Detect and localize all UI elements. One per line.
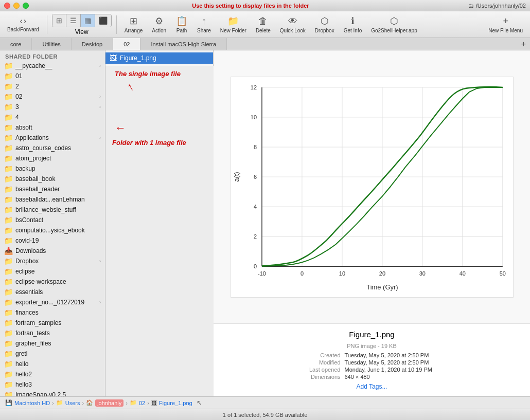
folder-icon: 📁 xyxy=(4,175,13,183)
sidebar-item-astro[interactable]: 📁 astro_course_codes xyxy=(0,143,105,153)
last-opened-label: Last opened xyxy=(282,367,341,373)
tab-install-macos[interactable]: Install macOS High Sierra xyxy=(140,38,227,50)
tab-desktop[interactable]: Desktop xyxy=(72,38,113,50)
folder-icon: 📁 xyxy=(4,339,13,348)
chevron-icon: › xyxy=(99,63,101,68)
breadcrumb-users[interactable]: Users xyxy=(65,400,80,406)
folder-icon: 📁 xyxy=(4,350,13,358)
sidebar-item-exporter[interactable]: 📁 exporter_no..._01272019 › xyxy=(0,297,105,307)
sidebar-item-fortran[interactable]: 📁 fortran_tests xyxy=(0,328,105,338)
sidebar-item-4[interactable]: 📁 4 xyxy=(0,112,105,122)
delete-button[interactable]: 🗑 Delete xyxy=(253,14,274,35)
dimensions-label: Dimensions xyxy=(282,374,341,380)
sidebar-item-baseball-book[interactable]: 📁 baseball_book xyxy=(0,174,105,184)
path-label: Path xyxy=(176,28,187,33)
share-icon: ↑ xyxy=(202,16,206,27)
folder-icon-sm: 🗂 xyxy=(468,3,474,9)
sidebar-item-applications[interactable]: 📁 Applications › xyxy=(0,133,105,143)
sidebar-item-2[interactable]: 📁 2 xyxy=(0,81,105,92)
breadcrumb-hd[interactable]: Macintosh HD xyxy=(14,400,50,406)
svg-text:10: 10 xyxy=(339,270,345,277)
share-button[interactable]: ↑ Share xyxy=(194,14,214,35)
sidebar-item-dropbox[interactable]: 📁 Dropbox › xyxy=(0,256,105,266)
svg-text:12: 12 xyxy=(250,84,256,90)
dropbox-button[interactable]: ⬡ Dropbox xyxy=(312,14,338,35)
annotation-folder: Folder with 1 image file xyxy=(112,139,209,147)
sidebar-item-01[interactable]: 📁 01 xyxy=(0,71,105,81)
sidebar-item-02[interactable]: 📁 02 › xyxy=(0,92,105,102)
sidebar-item-grapher[interactable]: 📁 grapher_files xyxy=(0,338,105,349)
minimize-button[interactable] xyxy=(13,3,20,9)
separator-1 xyxy=(47,15,47,34)
sidebar-item-baseball-reader[interactable]: 📁 baseball_reader xyxy=(0,184,105,194)
tab-02[interactable]: 02 xyxy=(113,38,140,50)
sidebar-item-eclipse[interactable]: 📁 eclipse xyxy=(0,266,105,277)
svg-text:0: 0 xyxy=(300,270,303,277)
path-button[interactable]: 📋 Path xyxy=(172,14,191,35)
sidebar-item-backup[interactable]: 📁 backup xyxy=(0,163,105,174)
main-content: Shared Folder 📁 __pycache__ › 📁 01 📁 2 📁… xyxy=(0,50,530,396)
view-column-btn[interactable]: ▦ xyxy=(81,14,95,27)
svg-text:8: 8 xyxy=(253,144,256,150)
breadcrumb-sep1: › xyxy=(52,400,54,406)
tab-add-button[interactable]: + xyxy=(517,38,530,50)
arrange-button[interactable]: ⊞ Arrange xyxy=(121,14,146,35)
view-cover-btn[interactable]: ⬛ xyxy=(95,14,111,27)
tab-core[interactable]: core xyxy=(0,38,32,50)
action-button[interactable]: ⚙ Action xyxy=(149,14,169,35)
sidebar-item-fortram[interactable]: 📁 fortram_samples xyxy=(0,318,105,328)
sidebar-item-gretl[interactable]: 📁 gretl xyxy=(0,349,105,359)
breadcrumb-filename[interactable]: Figure_1.png xyxy=(159,400,192,406)
sidebar-item-eclipse-workspace[interactable]: 📁 eclipse-workspace xyxy=(0,277,105,287)
folder-icon: 📁 xyxy=(4,134,13,142)
sidebar-item-atom[interactable]: 📁 atom_project xyxy=(0,153,105,163)
get-info-button[interactable]: ℹ Get Info xyxy=(341,14,365,35)
sidebar-item-finances[interactable]: 📁 finances xyxy=(0,307,105,318)
file-item-figure1[interactable]: 🖼 Figure_1.png xyxy=(105,52,213,64)
tab-utilities[interactable]: Utilities xyxy=(32,38,71,50)
sidebar-item-hello[interactable]: 📁 hello xyxy=(0,359,105,369)
dropbox-label: Dropbox xyxy=(315,28,334,33)
folder-icon: 📁 xyxy=(4,257,13,265)
svg-text:0: 0 xyxy=(253,263,256,269)
get-info-icon: ℹ xyxy=(351,15,355,27)
breadcrumb-users-icon: 📁 xyxy=(56,399,63,406)
back-forward-button[interactable]: ‹ › Back/Forward xyxy=(4,15,42,34)
sidebar-item-imagesnap[interactable]: 📁 ImageSnap-v0.2.5 xyxy=(0,390,105,396)
annotation-single-image: The single image file xyxy=(115,70,209,78)
sidebar-item-downloads[interactable]: 📥 Downloads xyxy=(0,246,105,256)
quick-look-button[interactable]: 👁 Quick Look xyxy=(277,14,309,35)
sidebar-item-hello2[interactable]: 📁 hello2 xyxy=(0,369,105,379)
sidebar-item-absoft[interactable]: 📁 absoft xyxy=(0,122,105,133)
new-folder-button[interactable]: 📁 New Folder xyxy=(217,14,250,35)
sidebar-item-hello3[interactable]: 📁 hello3 xyxy=(0,379,105,390)
sidebar-item-pycache[interactable]: 📁 __pycache__ › xyxy=(0,61,105,71)
sidebar-item-bscontact[interactable]: 📁 bsContact xyxy=(0,215,105,225)
breadcrumb-02[interactable]: 02 xyxy=(139,400,145,406)
sidebar-item-essentials[interactable]: 📁 essentials xyxy=(0,287,105,297)
view-list-btn[interactable]: ☰ xyxy=(66,14,81,27)
folder-icon: 📁 xyxy=(4,391,13,396)
view-icon-btn[interactable]: ⊞ xyxy=(52,14,66,27)
breadcrumb-johnhanly[interactable]: johnhanly xyxy=(95,399,123,407)
sidebar-item-covid[interactable]: 📁 covid-19 xyxy=(0,235,105,246)
new-file-menu-button[interactable]: + New File Menu xyxy=(485,14,526,35)
sidebar-item-computatio[interactable]: 📁 computatio...ysics_ebook xyxy=(0,225,105,235)
sidebar-item-baseballdat[interactable]: 📁 baseballdat...eanLehman xyxy=(0,194,105,205)
folder-icon: 📁 xyxy=(4,62,13,70)
sidebar-item-brillance[interactable]: 📁 brillance_websie_stuff xyxy=(0,205,105,215)
add-tags-button[interactable]: Add Tags... xyxy=(224,383,520,390)
traffic-lights xyxy=(4,3,29,9)
close-button[interactable] xyxy=(4,3,10,9)
breadcrumb-sep3: › xyxy=(126,400,128,406)
folder-icon: 📁 xyxy=(4,308,13,317)
preview-pane: 0 2 4 6 8 10 12 -10 0 10 20 30 40 50 xyxy=(214,50,530,396)
breadcrumb-sep4: › xyxy=(147,400,149,406)
file-list-pane: 🖼 Figure_1.png xyxy=(105,50,214,66)
folder-icon: 📁 xyxy=(4,216,13,224)
go2shell-button[interactable]: ⬡ Go2ShellHelper.app xyxy=(368,14,420,35)
sidebar-item-3[interactable]: 📁 3 › xyxy=(0,102,105,112)
folder-icon: 📥 xyxy=(4,247,13,255)
fullscreen-button[interactable] xyxy=(23,3,29,9)
folder-icon: 📁 xyxy=(4,103,13,111)
